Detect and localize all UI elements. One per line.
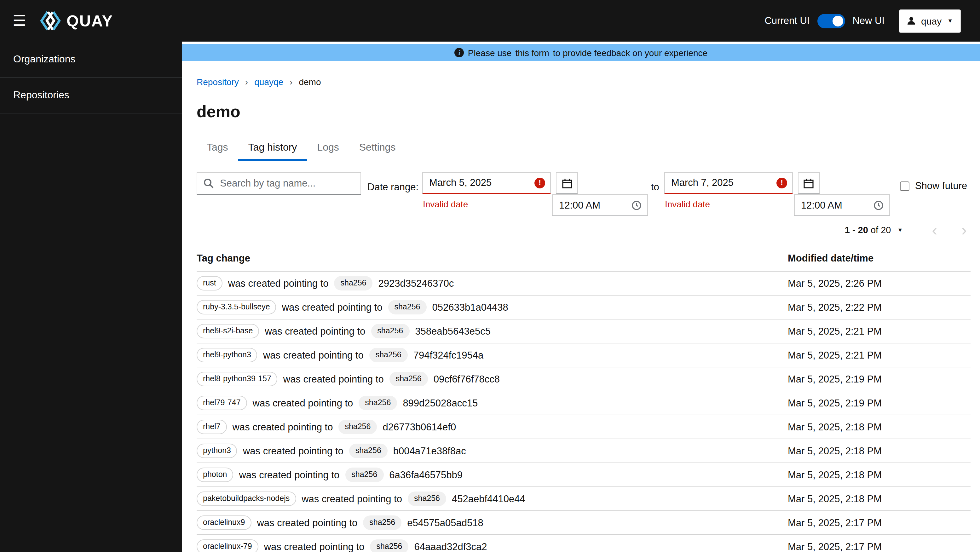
tag-badge[interactable]: oraclelinux9 <box>197 516 251 530</box>
next-page-button[interactable]: › <box>959 224 969 236</box>
hamburger-icon: ☰ <box>13 12 26 29</box>
sha256-badge[interactable]: sha256 <box>388 300 426 315</box>
modified-date-cell: Mar 5, 2025, 2:21 PM <box>788 326 970 337</box>
tag-badge[interactable]: rhel9-s2i-base <box>197 324 259 338</box>
tag-badge[interactable]: rust <box>197 276 223 291</box>
ui-toggle-switch[interactable] <box>817 14 845 28</box>
search-input[interactable] <box>197 172 361 195</box>
modified-date-cell: Mar 5, 2025, 2:18 PM <box>788 493 970 504</box>
sidebar-item-organizations[interactable]: Organizations <box>0 41 182 78</box>
table-row: rhel8-python39-157 was created pointing … <box>197 367 970 391</box>
error-icon: ! <box>776 177 787 188</box>
pagination-range: 1 - 20 of 20 <box>845 225 891 235</box>
tag-badge[interactable]: ruby-3.3.5-bullseye <box>197 300 276 315</box>
tag-history-table: Tag change Modified date/time rust was c… <box>197 247 970 552</box>
tag-badge[interactable]: rhel9-python3 <box>197 348 258 362</box>
sha256-badge[interactable]: sha256 <box>390 372 428 386</box>
start-date-value: March 5, 2025 <box>429 177 535 188</box>
tag-badge[interactable]: python3 <box>197 444 237 458</box>
tag-history-table-body: rust was created pointing to sha256 2923… <box>197 272 970 552</box>
sha256-badge[interactable]: sha256 <box>339 420 377 434</box>
tag-change-cell: rhel8-python39-157 was created pointing … <box>197 372 788 386</box>
tag-change-cell: rhel7 was created pointing to sha256 d26… <box>197 420 788 434</box>
action-text: was created pointing to <box>257 517 357 528</box>
action-text: was created pointing to <box>302 493 402 504</box>
quay-app: ☰ QUAY Current UI New UI quay ▼ <box>0 0 980 552</box>
sha256-badge[interactable]: sha256 <box>349 444 388 458</box>
action-text: was created pointing to <box>232 421 333 433</box>
feedback-form-link[interactable]: this form <box>515 48 549 58</box>
end-date-error: Invalid date <box>664 194 794 216</box>
modified-date-cell: Mar 5, 2025, 2:21 PM <box>788 349 970 361</box>
sha256-badge[interactable]: sha256 <box>334 276 373 291</box>
end-date-calendar-button[interactable] <box>798 172 820 194</box>
user-menu-label: quay <box>921 16 942 26</box>
sha256-badge[interactable]: sha256 <box>359 396 397 410</box>
action-text: was created pointing to <box>283 373 384 385</box>
sidebar-item-repositories[interactable]: Repositories <box>0 78 182 113</box>
tag-badge[interactable]: rhel7 <box>197 420 227 434</box>
banner-text-after: to provide feedback on your experience <box>553 48 708 58</box>
calendar-icon <box>562 178 572 188</box>
sha256-badge[interactable]: sha256 <box>345 468 383 482</box>
current-ui-label: Current UI <box>764 15 810 27</box>
tag-badge[interactable]: rhel79-747 <box>197 396 247 410</box>
modified-date-cell: Mar 5, 2025, 2:26 PM <box>788 278 970 289</box>
user-icon <box>907 16 915 25</box>
tag-change-cell: rhel9-s2i-base was created pointing to s… <box>197 324 788 338</box>
sha256-badge[interactable]: sha256 <box>371 324 409 338</box>
banner-text-before: Please use <box>468 48 512 58</box>
tab-settings[interactable]: Settings <box>349 137 406 161</box>
new-ui-label: New UI <box>853 15 885 27</box>
sha256-badge[interactable]: sha256 <box>370 540 408 552</box>
error-icon: ! <box>535 177 545 188</box>
tag-change-cell: photon was created pointing to sha256 6a… <box>197 468 788 482</box>
start-date-calendar-button[interactable] <box>556 172 578 194</box>
action-text: was created pointing to <box>228 278 329 289</box>
start-date-picker: March 5, 2025 ! <box>422 172 648 216</box>
start-date-error: Invalid date <box>422 194 552 216</box>
date-range-label: Date range: <box>368 181 418 193</box>
digest-text: 899d25028acc15 <box>403 397 478 409</box>
caret-down-icon: ▼ <box>947 17 953 24</box>
user-menu-dropdown[interactable]: quay ▼ <box>898 9 961 32</box>
show-future-checkbox[interactable]: Show future <box>900 180 967 192</box>
show-future-input[interactable] <box>900 181 909 191</box>
tag-change-cell: paketobuildpacks-nodejs was created poin… <box>197 492 788 506</box>
start-date-input[interactable]: March 5, 2025 ! <box>422 172 551 194</box>
end-date-input[interactable]: March 7, 2025 ! <box>664 172 793 194</box>
chevron-right-icon: › <box>245 77 248 87</box>
pagination-menu-toggle[interactable]: 1 - 20 of 20 ▼ <box>845 225 903 235</box>
end-time-input[interactable]: 12:00 AM <box>794 194 890 216</box>
tab-logs[interactable]: Logs <box>307 137 349 161</box>
sha256-badge[interactable]: sha256 <box>408 492 446 506</box>
column-header-modified: Modified date/time <box>788 253 970 264</box>
previous-page-button[interactable]: ‹ <box>929 224 940 236</box>
nav-toggle-button[interactable]: ☰ <box>13 13 26 29</box>
table-row: rhel9-s2i-base was created pointing to s… <box>197 320 970 344</box>
filter-toolbar: Date range: March 5, 2025 ! <box>197 172 970 216</box>
quay-logo[interactable]: QUAY <box>39 11 113 31</box>
tag-change-cell: python3 was created pointing to sha256 b… <box>197 444 788 458</box>
digest-text: 64aaad32df3ca2 <box>414 541 487 552</box>
search-icon <box>204 178 214 188</box>
breadcrumb-link-quayqe[interactable]: quayqe <box>254 77 283 87</box>
tabs: Tags Tag history Logs Settings <box>197 137 970 161</box>
start-time-input[interactable]: 12:00 AM <box>552 194 648 216</box>
tag-search <box>197 172 361 195</box>
breadcrumb-link-repository[interactable]: Repository <box>197 77 239 87</box>
modified-date-cell: Mar 5, 2025, 2:19 PM <box>788 373 970 385</box>
action-text: was created pointing to <box>282 302 383 313</box>
tag-badge[interactable]: paketobuildpacks-nodejs <box>197 492 296 506</box>
tag-change-cell: rhel9-python3 was created pointing to sh… <box>197 348 788 362</box>
sha256-badge[interactable]: sha256 <box>363 516 401 530</box>
quay-logo-icon <box>39 11 62 31</box>
sha256-badge[interactable]: sha256 <box>369 348 408 362</box>
tab-tags[interactable]: Tags <box>197 137 238 161</box>
tag-badge[interactable]: photon <box>197 468 233 482</box>
tab-tag-history[interactable]: Tag history <box>238 137 307 161</box>
tag-badge[interactable]: rhel8-python39-157 <box>197 372 278 386</box>
tag-badge[interactable]: oraclelinux-79 <box>197 540 258 552</box>
action-text: was created pointing to <box>253 397 353 409</box>
calendar-icon <box>804 178 814 188</box>
